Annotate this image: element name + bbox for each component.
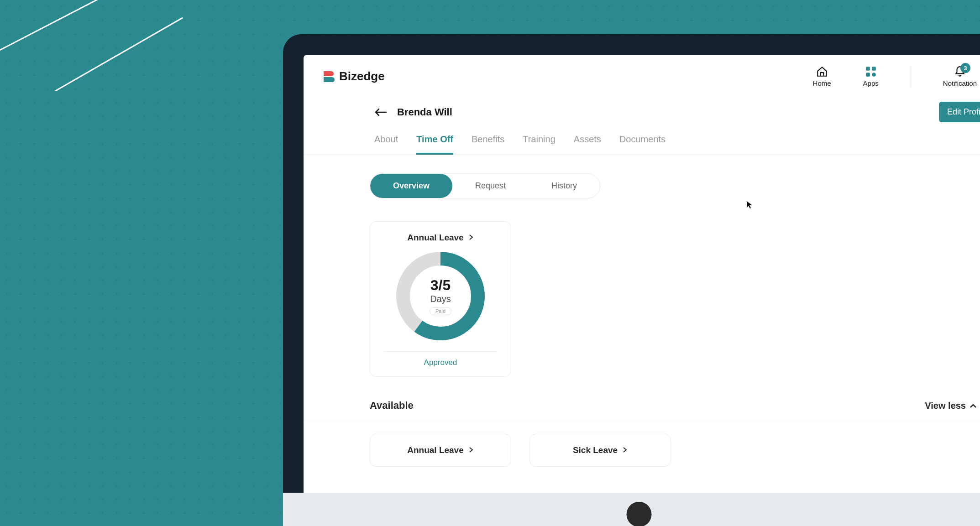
- available-annual-leave[interactable]: Annual Leave: [370, 434, 511, 467]
- profile-name: Brenda Will: [397, 106, 452, 118]
- nav-notification-label: Notification: [943, 79, 977, 87]
- available-section-header: Available View less: [304, 377, 980, 420]
- nav-divider: [911, 65, 911, 88]
- available-sick-leave[interactable]: Sick Leave: [529, 434, 671, 467]
- edit-profile-button[interactable]: Edit Profile: [939, 102, 980, 122]
- card-divider: [384, 351, 497, 352]
- donut-center: 3/5 Days Paid: [393, 248, 488, 344]
- view-less-toggle[interactable]: View less: [925, 401, 977, 411]
- svg-rect-1: [872, 67, 876, 71]
- profile-left: Brenda Will: [374, 106, 452, 118]
- monitor-frame: Bizedge Home: [283, 34, 980, 526]
- nav-apps-label: Apps: [863, 79, 879, 87]
- subtab-request[interactable]: Request: [452, 174, 529, 198]
- tab-documents[interactable]: Documents: [619, 134, 666, 155]
- apps-icon: [865, 66, 877, 78]
- app-screen: Bizedge Home: [304, 55, 980, 493]
- chevron-right-icon: [468, 446, 474, 454]
- svg-point-3: [872, 73, 876, 77]
- annual-leave-card: Annual Leave 3/5 Days Pa: [370, 221, 511, 377]
- available-title: Available: [370, 400, 414, 411]
- bell-icon: 3: [954, 66, 966, 78]
- leave-donut-chart: 3/5 Days Paid: [393, 248, 488, 344]
- card-title-row[interactable]: Annual Leave: [407, 233, 474, 243]
- view-toggle-label: View less: [925, 401, 966, 411]
- tab-benefits[interactable]: Benefits: [472, 134, 504, 155]
- leave-cards-row: Annual Leave 3/5 Days Pa: [304, 198, 980, 377]
- svg-rect-2: [866, 73, 870, 77]
- tab-time-off[interactable]: Time Off: [416, 134, 453, 155]
- brand-name: Bizedge: [339, 69, 385, 83]
- card-status: Approved: [424, 358, 457, 367]
- card-title: Annual Leave: [407, 233, 464, 243]
- chevron-right-icon: [622, 446, 628, 454]
- chevron-up-icon: [970, 401, 977, 411]
- available-label: Sick Leave: [573, 445, 618, 455]
- available-cards-row: Annual Leave Sick Leave: [304, 420, 980, 467]
- available-label: Annual Leave: [407, 445, 464, 455]
- donut-unit: Days: [430, 294, 451, 304]
- donut-badge: Paid: [430, 307, 451, 315]
- brand-logo[interactable]: Bizedge: [322, 69, 385, 83]
- nav-home[interactable]: Home: [813, 66, 831, 87]
- sub-tabs: Overview Request History: [370, 173, 600, 198]
- chevron-right-icon: [468, 234, 474, 242]
- nav-apps[interactable]: Apps: [863, 66, 879, 87]
- nav-icons: Home Apps: [813, 65, 977, 88]
- back-arrow-icon[interactable]: [374, 108, 387, 117]
- main-tabs: About Time Off Benefits Training Assets …: [304, 126, 980, 155]
- topbar: Bizedge Home: [304, 55, 980, 98]
- logo-icon: [322, 70, 335, 83]
- tab-training[interactable]: Training: [523, 134, 556, 155]
- nav-home-label: Home: [813, 79, 831, 87]
- tab-assets[interactable]: Assets: [574, 134, 601, 155]
- donut-value: 3/5: [430, 277, 451, 294]
- nav-notification[interactable]: 3 Notification: [943, 66, 977, 87]
- svg-rect-0: [866, 67, 870, 71]
- subtab-history[interactable]: History: [529, 174, 600, 198]
- monitor-base: [283, 493, 980, 526]
- subtab-overview[interactable]: Overview: [370, 174, 452, 198]
- notification-badge: 3: [960, 63, 970, 73]
- tab-about[interactable]: About: [374, 134, 398, 155]
- monitor-camera: [627, 502, 652, 526]
- home-icon: [816, 66, 828, 78]
- profile-bar: Brenda Will Edit Profile: [304, 98, 980, 126]
